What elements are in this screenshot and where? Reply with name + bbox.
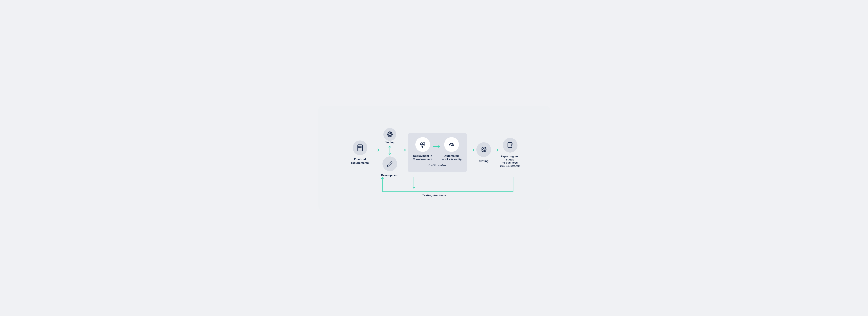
svg-point-17 [483,149,485,151]
node-automated-smoke: Automatedsmoke & sanity [441,137,462,161]
testing-icon-circle [476,142,491,157]
cloud-icon [419,140,427,148]
arrow-4 [491,148,500,152]
node-development: Development [381,156,399,177]
node-testing: Testing [476,142,491,163]
deployment-label: Deployment inX environment [413,154,432,161]
main-flow: Finalized requirements T [330,128,539,177]
gear-icon [480,146,488,154]
finalized-requirements-icon-circle [353,140,367,155]
cicd-inner: Deployment inX environment [413,137,462,161]
cicd-label: CI/CD pipeline [429,164,446,167]
reporting-label: Reporting teststatusto business (total t… [500,155,520,167]
gear-top-icon [386,131,394,138]
finalized-requirements-label: Finalized requirements [348,157,372,164]
deployment-icon-circle [415,137,430,152]
feedback-svg-container: Testing feedback [330,177,539,199]
development-icon-circle [382,156,397,171]
v-double-arrow [388,146,392,155]
cicd-box: Deployment inX environment [408,133,467,172]
arrow-2 [399,148,408,152]
swirl-icon [448,140,456,148]
reporting-icon-circle [503,138,518,153]
testing-top: Testing [383,128,396,156]
node-deployment: Deployment inX environment [413,137,432,161]
development-label: Development [381,173,399,177]
report-icon [506,141,514,149]
node-finalized-requirements: Finalized requirements [348,140,372,164]
svg-line-7 [391,162,392,163]
arrow-cicd-inner [432,145,441,148]
dev-wrapper: Testing [381,128,399,177]
svg-point-5 [389,133,391,136]
testing-label: Testing [479,159,489,163]
arrow-1 [372,148,381,152]
feedback-svg: Testing feedback [342,177,526,199]
automated-smoke-icon-circle [444,137,459,152]
svg-text:Testing feedback: Testing feedback [422,194,446,197]
node-reporting: Reporting teststatusto business (total t… [500,138,520,167]
checklist-icon [356,144,364,152]
reporting-sub-label: (total test, pass, fail) [500,165,520,167]
arrow-3 [467,148,476,152]
diagram-container: Finalized requirements T [318,106,550,210]
automated-smoke-label: Automatedsmoke & sanity [441,154,462,161]
testing-top-label: Testing [385,141,395,144]
reporting-main-label: Reporting teststatusto business [501,155,520,164]
pencil-icon [386,160,394,168]
testing-top-icon-circle [383,128,396,141]
